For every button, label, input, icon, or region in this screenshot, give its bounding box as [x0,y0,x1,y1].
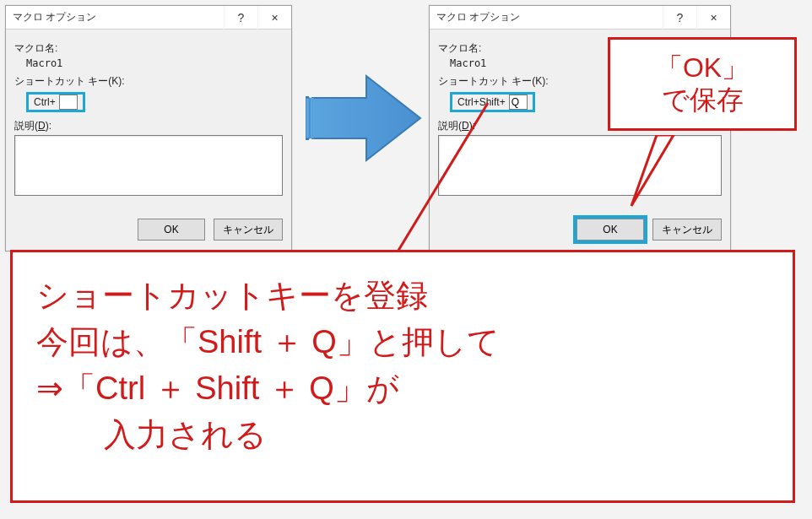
description-label: 説明(D): [14,119,283,133]
shortcut-prefix: Ctrl+ [34,96,56,108]
shortcut-key-label: ショートカット キー(K): [14,74,283,89]
svg-marker-0 [312,76,420,160]
ok-button[interactable]: OK [138,219,205,241]
shortcut-prefix: Ctrl+Shift+ [457,96,506,108]
dialog-title: マクロ オプション [13,10,224,24]
macro-options-dialog-before: マクロ オプション ? × マクロ名: Macro1 ショートカット キー(K)… [5,5,292,251]
callout-line-2: で保存 [619,84,786,116]
callout-save-with-ok: 「OK」 で保存 [608,37,797,131]
macro-name-value: Macro1 [14,57,283,69]
shortcut-box-highlight: Ctrl+Shift+ [450,92,535,112]
help-button[interactable]: ? [663,6,696,30]
instruction-line-4: 入力される [36,412,769,458]
description-textarea[interactable] [14,135,283,196]
callout-line-1: 「OK」 [619,51,786,84]
dialog-footer: OK キャンセル [430,210,730,251]
close-button[interactable]: × [257,6,291,30]
ok-button[interactable]: OK [577,219,644,241]
cancel-button[interactable]: キャンセル [214,219,283,241]
titlebar: マクロ オプション ? × [6,6,291,30]
instruction-line-1: ショートカットキーを登録 [36,273,769,319]
instruction-line-3: ⇒「Ctrl ＋ Shift ＋ Q」が [36,365,769,412]
instruction-line-2: 今回は、「Shift ＋ Q」と押して [36,319,769,365]
close-button[interactable]: × [696,6,730,30]
instruction-box: ショートカットキーを登録 今回は、「Shift ＋ Q」と押して ⇒「Ctrl … [10,250,795,503]
cancel-button[interactable]: キャンセル [652,219,722,241]
titlebar: マクロ オプション ? × [430,6,730,30]
shortcut-box-highlight: Ctrl+ [26,92,85,112]
svg-rect-10 [306,98,310,138]
macro-name-label: マクロ名: [14,41,283,56]
description-textarea[interactable] [438,135,722,196]
callout-tail-icon [625,135,675,211]
dialog-footer: OK キャンセル [6,210,291,251]
dialog-body: マクロ名: Macro1 ショートカット キー(K): Ctrl+ 説明(D): [6,30,291,210]
shortcut-key-input[interactable] [59,95,78,110]
help-button[interactable]: ? [224,6,257,30]
dialog-title: マクロ オプション [436,10,663,24]
arrow-icon [306,68,424,169]
shortcut-key-input[interactable] [509,95,528,110]
svg-marker-11 [631,135,674,206]
